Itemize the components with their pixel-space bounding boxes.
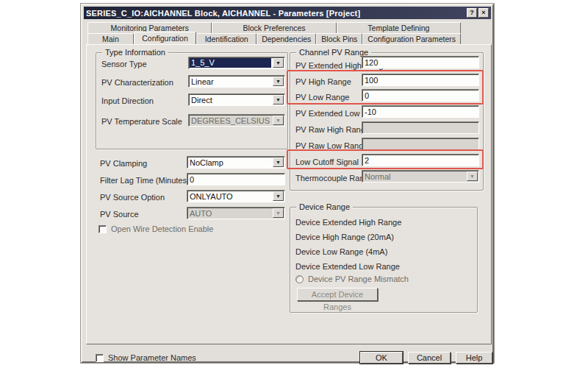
- context-help-icon[interactable]: ?: [467, 8, 477, 18]
- pv-extended-low-range-input[interactable]: [362, 105, 479, 118]
- pv-clamping-select[interactable]: NoClamp ▼: [187, 156, 285, 169]
- pv-raw-low-range-input: [362, 138, 479, 150]
- pv-temperature-scale-label: PV Temperature Scale: [101, 117, 182, 126]
- parameters-dialog: SERIES_C_IO:AICHANNEL Block, AICHANNEL -…: [81, 4, 494, 363]
- device-extended-low-range-label: Device Extended Low Range: [295, 262, 400, 271]
- chevron-down-icon[interactable]: ▼: [273, 77, 284, 86]
- device-low-range-label: Device Low Range (4mA): [295, 247, 387, 256]
- checkbox-icon[interactable]: [98, 225, 107, 233]
- filter-lag-time-input[interactable]: [187, 173, 285, 185]
- chevron-down-icon: ▼: [273, 116, 284, 125]
- input-direction-label: Input Direction: [101, 96, 154, 105]
- chevron-down-icon: ▼: [467, 171, 478, 181]
- tab-block-preferences[interactable]: Block Preferences: [212, 22, 336, 33]
- pv-extended-high-range-input[interactable]: [362, 56, 479, 68]
- pv-source-option-label: PV Source Option: [100, 193, 165, 202]
- tab-strip: Monitoring Parameters Block Preferences …: [87, 22, 461, 44]
- screenshot-canvas: SERIES_C_IO:AICHANNEL Block, AICHANNEL -…: [0, 0, 588, 368]
- tab-identification[interactable]: Identification: [196, 33, 257, 44]
- tab-configuration[interactable]: Configuration: [134, 32, 196, 44]
- pv-clamping-label: PV Clamping: [100, 159, 147, 168]
- type-information-title: Type Information: [102, 48, 168, 57]
- tab-main[interactable]: Main: [87, 33, 134, 44]
- open-wire-detection-checkbox[interactable]: Open Wire Detection Enable: [98, 224, 213, 233]
- pv-source-option-select[interactable]: ONLYAUTO ▼: [187, 190, 285, 202]
- show-parameter-names-checkbox[interactable]: Show Parameter Names: [96, 353, 196, 362]
- pv-high-range-label: PV High Range: [295, 77, 351, 86]
- sensor-type-label: Sensor Type: [101, 60, 147, 68]
- pv-high-range-input[interactable]: [362, 74, 479, 86]
- pv-characterization-label: PV Characterization: [101, 78, 173, 87]
- thermocouple-range-select: Normal ▼: [362, 170, 479, 183]
- pv-temperature-scale-select: DEGREES_CELSIUS ▼: [188, 114, 285, 127]
- pv-raw-low-range-label: PV Raw Low Range: [295, 141, 368, 150]
- device-extended-high-range-label: Device Extended High Range: [295, 218, 401, 227]
- low-cutoff-signal-input[interactable]: [362, 154, 479, 166]
- checkbox-icon[interactable]: [96, 354, 104, 362]
- device-pv-range-mismatch-radio: Device PV Range Mismatch: [295, 275, 409, 283]
- pv-raw-high-range-input: [362, 121, 479, 134]
- title-bar[interactable]: SERIES_C_IO:AICHANNEL Block, AICHANNEL -…: [84, 7, 491, 19]
- chevron-down-icon: ▼: [273, 208, 284, 218]
- tab-dependencies[interactable]: Dependencies: [257, 33, 316, 44]
- sensor-type-select[interactable]: 1_5_V ▼: [188, 57, 285, 69]
- help-button[interactable]: Help: [456, 352, 492, 364]
- pv-source-label: PV Source: [100, 210, 139, 219]
- device-range-title: Device Range: [296, 202, 353, 211]
- cancel-button[interactable]: Cancel: [408, 352, 451, 364]
- close-icon[interactable]: ×: [478, 8, 489, 18]
- pv-low-range-input[interactable]: [362, 89, 479, 102]
- pv-raw-high-range-label: PV Raw High Range: [295, 125, 370, 134]
- pv-source-select: AUTO ▼: [187, 207, 285, 219]
- tab-configuration-parameters[interactable]: Configuration Parameters: [362, 33, 461, 44]
- chevron-down-icon[interactable]: ▼: [273, 191, 284, 201]
- filter-lag-time-label: Filter Lag Time (Minutes): [100, 176, 190, 185]
- ok-button[interactable]: OK: [360, 352, 403, 364]
- pv-low-range-label: PV Low Range: [295, 93, 349, 102]
- device-high-range-label: Device High Range (20mA): [295, 233, 394, 241]
- chevron-down-icon[interactable]: ▼: [273, 95, 284, 105]
- tab-template-defining[interactable]: Template Defining: [337, 22, 461, 33]
- pv-characterization-select[interactable]: Linear ▼: [188, 75, 285, 88]
- radio-icon: [295, 275, 304, 283]
- tab-block-pins[interactable]: Block Pins: [316, 33, 362, 44]
- chevron-down-icon[interactable]: ▼: [273, 58, 284, 68]
- low-cutoff-signal-label: Low Cutoff Signal: [295, 158, 359, 166]
- input-direction-select[interactable]: Direct ▼: [188, 93, 285, 106]
- accept-device-ranges-button: Accept Device Ranges: [297, 288, 378, 301]
- configuration-tab-page: Type Information Sensor Type 1_5_V ▼ PV …: [86, 44, 492, 344]
- chevron-down-icon[interactable]: ▼: [273, 158, 284, 167]
- window-title: SERIES_C_IO:AICHANNEL Block, AICHANNEL -…: [86, 9, 360, 18]
- channel-pv-range-title: Channel PV Range: [296, 48, 371, 57]
